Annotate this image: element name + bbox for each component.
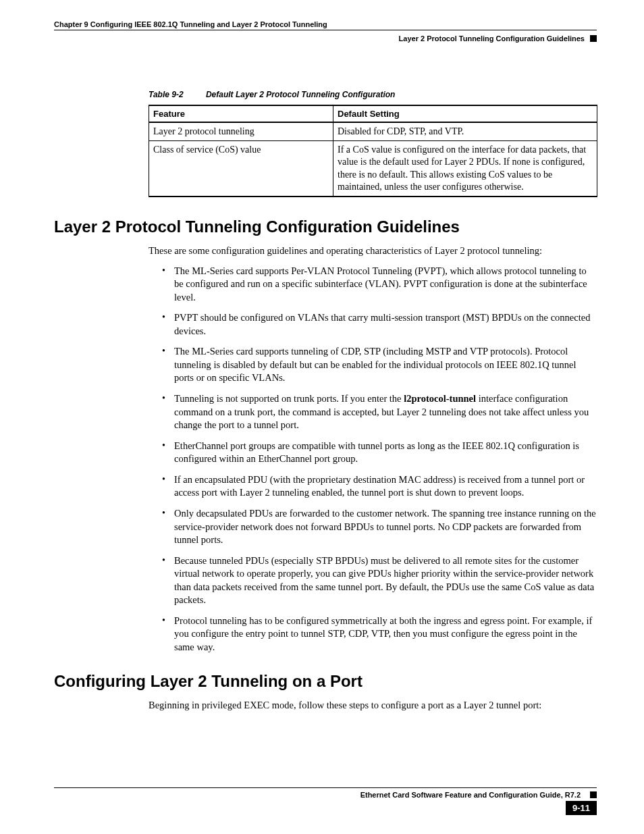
table-cell-setting: If a CoS value is configured on the inte…: [333, 141, 597, 197]
list-item: Only decapsulated PDUs are forwarded to …: [162, 507, 597, 547]
page-footer: Ethernet Card Software Feature and Confi…: [54, 787, 597, 815]
table-label: Table 9-2: [149, 90, 184, 99]
section-intro: Beginning in privileged EXEC mode, follo…: [149, 699, 597, 712]
list-item: PVPT should be configured on VLANs that …: [162, 311, 597, 338]
list-item: The ML-Series card supports Per-VLAN Pro…: [162, 265, 597, 305]
footer-marker-icon: [590, 791, 597, 798]
table-cell-setting: Disabled for CDP, STP, and VTP.: [333, 122, 597, 141]
config-table: Feature Default Setting Layer 2 protocol…: [149, 105, 597, 197]
table-cell-feature: Class of service (CoS) value: [149, 141, 333, 197]
chapter-header: Chapter 9 Configuring IEEE 802.1Q Tunnel…: [54, 20, 597, 30]
list-item: EtherChannel port groups are compatible …: [162, 440, 597, 466]
command-name: l2protocol-tunnel: [404, 393, 476, 404]
footer-guide-title: Ethernet Card Software Feature and Confi…: [54, 791, 586, 799]
table-row: Class of service (CoS) value If a CoS va…: [149, 141, 597, 197]
section-heading-configuring: Configuring Layer 2 Tunneling on a Port: [54, 672, 597, 691]
section-intro: These are some configuration guidelines …: [149, 244, 597, 258]
table-cell-feature: Layer 2 protocol tunneling: [149, 122, 333, 141]
section-heading-guidelines: Layer 2 Protocol Tunneling Configuration…: [54, 217, 597, 236]
list-item: If an encapsulated PDU (with the proprie…: [162, 473, 597, 500]
table-header-feature: Feature: [149, 105, 333, 122]
table-row: Layer 2 protocol tunneling Disabled for …: [149, 122, 597, 141]
list-item: Tunneling is not supported on trunk port…: [162, 392, 597, 432]
section-header: Layer 2 Protocol Tunneling Configuration…: [399, 34, 585, 43]
page-number: 9-11: [566, 801, 597, 815]
header-marker-icon: [590, 35, 597, 42]
guidelines-list: The ML-Series card supports Per-VLAN Pro…: [162, 265, 597, 654]
list-item: Protocol tunneling has to be configured …: [162, 615, 597, 654]
list-item: Because tunneled PDUs (especially STP BP…: [162, 554, 597, 607]
table-caption: Table 9-2 Default Layer 2 Protocol Tunne…: [149, 90, 597, 99]
list-item-text: Tunneling is not supported on trunk port…: [174, 393, 404, 404]
table-title: Default Layer 2 Protocol Tunneling Confi…: [206, 90, 395, 99]
table-header-setting: Default Setting: [333, 105, 597, 122]
list-item: The ML-Series card supports tunneling of…: [162, 345, 597, 385]
